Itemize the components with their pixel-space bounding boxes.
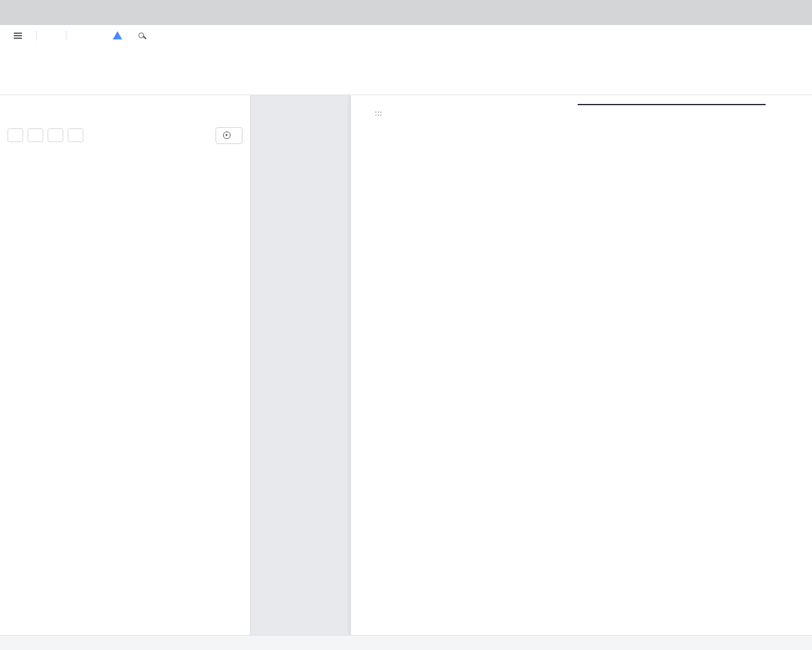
drag-handle-icon[interactable] <box>375 111 382 116</box>
ribbon-toolbar <box>0 46 812 95</box>
status-bar <box>0 635 812 650</box>
window-tab-bar <box>0 0 812 25</box>
navigation-sidebar <box>0 95 251 635</box>
file-menu-button[interactable] <box>9 35 31 36</box>
toc-expand-all-button[interactable] <box>48 128 63 142</box>
document-area <box>251 95 812 635</box>
divider <box>36 31 37 41</box>
wps-ai-button[interactable] <box>113 31 126 39</box>
file-tree-image <box>578 104 766 105</box>
menu-bar <box>0 25 812 46</box>
figure-project-structure[interactable] <box>578 104 766 105</box>
search-icon[interactable] <box>138 33 144 38</box>
wps-ai-icon <box>113 31 122 39</box>
divider <box>66 31 66 41</box>
wps-office-window <box>0 0 812 650</box>
smart-toc-button[interactable] <box>216 127 242 144</box>
hamburger-icon <box>14 35 22 36</box>
smart-toc-icon <box>223 132 231 139</box>
toc-chevron-up-button[interactable] <box>28 128 43 142</box>
toc-chevron-down-button[interactable] <box>8 128 23 142</box>
toc-collapse-all-button[interactable] <box>68 128 83 142</box>
document-page[interactable] <box>351 95 812 635</box>
